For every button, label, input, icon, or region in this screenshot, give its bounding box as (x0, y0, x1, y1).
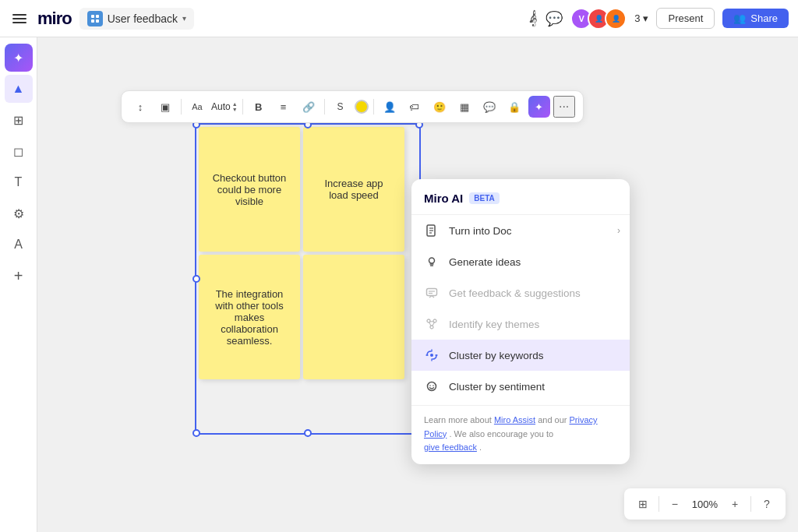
toolbar-user-btn[interactable]: 👤 (379, 96, 401, 118)
toolbar-color-picker[interactable] (355, 100, 369, 114)
font-size-arrows[interactable]: ▲▼ (232, 101, 238, 112)
present-button[interactable]: Present (656, 8, 715, 29)
submenu-chevron: › (617, 225, 620, 236)
ai-menu-cluster-keywords[interactable]: Cluster by keywords (411, 340, 630, 371)
fit-to-screen-btn[interactable]: ⊞ (632, 493, 654, 515)
music-icon[interactable]: 𝅘𝅥𝅮𝄞 (529, 10, 538, 26)
svg-point-12 (427, 319, 430, 322)
svg-point-13 (433, 319, 436, 322)
svg-line-16 (429, 322, 432, 326)
share-button[interactable]: 👥 Share (722, 9, 789, 28)
board-name-label: User feedback (108, 12, 178, 25)
bottom-bar: ⊞ − 100% + ? (624, 488, 786, 520)
give-feedback-link[interactable]: give feedback (424, 442, 477, 452)
svg-point-20 (429, 385, 431, 386)
font-size-value: Auto (211, 101, 231, 112)
toolbar-comment-btn[interactable]: 💬 (478, 96, 500, 118)
zoom-in-btn[interactable]: + (724, 493, 746, 515)
toolbar-table-btn[interactable]: ▦ (454, 96, 475, 118)
handle-bottom-mid[interactable] (304, 429, 312, 437)
themes-icon (424, 316, 440, 332)
svg-point-8 (429, 258, 435, 263)
sidebar-shapes-icon[interactable]: ⚙ (5, 199, 33, 227)
miro-assist-link[interactable]: Miro Assist (494, 415, 535, 425)
share-icon: 👥 (733, 12, 746, 24)
keywords-icon (424, 347, 440, 363)
miro-logo: miro (37, 9, 72, 29)
ai-menu-cluster-sentiment[interactable]: Cluster by sentiment (411, 371, 630, 402)
toolbar-lock-btn[interactable]: 🔒 (503, 96, 525, 118)
toolbar-tag-btn[interactable]: 🏷 (404, 96, 425, 118)
ai-menu-label-2: Get feedback & suggestions (449, 287, 581, 299)
svg-rect-9 (427, 289, 437, 296)
board-icon (87, 11, 103, 26)
svg-rect-0 (91, 15, 94, 18)
avatar-group: V 👤 👤 (570, 8, 627, 30)
svg-point-18 (430, 354, 433, 357)
handle-bottom-left[interactable] (192, 429, 200, 437)
sentiment-icon (424, 379, 440, 394)
font-size-control: Auto ▲▼ (211, 101, 238, 112)
toolbar: ↕ ▣ Aa Auto ▲▼ B ≡ 🔗 S 👤 🏷 🙂 ▦ 💬 🔒 ✦ ··· (121, 90, 584, 123)
header-left: miro User feedback ▾ (9, 8, 194, 30)
bottom-divider-2 (750, 496, 751, 512)
ai-menu-identify-themes[interactable]: Identify key themes (411, 308, 630, 340)
svg-point-21 (433, 385, 434, 386)
toolbar-font-btn[interactable]: Aa (186, 96, 208, 118)
toolbar-bold-btn[interactable]: B (248, 96, 270, 118)
selection-box (195, 123, 421, 435)
feedback-icon (424, 285, 440, 301)
toolbar-sticky-btn[interactable]: ▣ (154, 96, 176, 118)
help-btn[interactable]: ? (756, 493, 778, 515)
ai-toolbar-icon: ✦ (535, 101, 543, 113)
footer-middle: and our (538, 415, 569, 425)
svg-point-14 (430, 326, 433, 329)
sidebar-table-icon[interactable]: ⊞ (5, 106, 33, 134)
collab-count-label: 3 (634, 12, 640, 24)
footer-end: . We also encourage you to (449, 429, 553, 439)
toolbar-ai-btn[interactable]: ✦ (528, 96, 550, 118)
toolbar-emoji-btn[interactable]: 🙂 (429, 96, 450, 118)
zoom-out-btn[interactable]: − (664, 493, 686, 515)
ai-menu-turn-into-doc[interactable]: Turn into Doc › (411, 215, 630, 246)
collab-count[interactable]: 3 ▾ (634, 12, 648, 24)
ai-dropdown-footer: Learn more about Miro Assist and our Pri… (411, 405, 630, 455)
hamburger-menu[interactable] (9, 11, 30, 26)
ai-menu-label-0: Turn into Doc (449, 225, 512, 237)
svg-point-19 (428, 382, 436, 391)
toolbar-align-btn[interactable]: ≡ (273, 96, 295, 118)
toolbar-stroke-btn[interactable]: S (330, 96, 351, 118)
toolbar-link-btn[interactable]: 🔗 (298, 96, 320, 118)
ai-menu-label-3: Identify key themes (449, 319, 539, 330)
toolbar-move-btn[interactable]: ↕ (129, 96, 151, 118)
sidebar-select-icon[interactable]: ▲ (5, 75, 33, 103)
sidebar-text-icon[interactable]: T (5, 168, 33, 196)
ai-menu-generate-ideas[interactable]: Generate ideas (411, 246, 630, 277)
toolbar-divider-4 (373, 99, 374, 115)
ai-dropdown-panel: Miro AI BETA Turn into Doc › Generate id… (411, 179, 630, 464)
sidebar-add-icon[interactable]: + (5, 262, 33, 290)
share-label: Share (750, 12, 778, 24)
svg-rect-2 (91, 19, 94, 23)
canvas: ↕ ▣ Aa Auto ▲▼ B ≡ 🔗 S 👤 🏷 🙂 ▦ 💬 🔒 ✦ ··· (0, 37, 798, 532)
sidebar-draw-icon[interactable]: A (5, 231, 33, 259)
avatar-3: 👤 (605, 8, 627, 30)
bulb-icon (424, 254, 440, 270)
collab-chevron: ▾ (643, 12, 648, 24)
ai-menu-get-feedback[interactable]: Get feedback & suggestions (411, 277, 630, 308)
sidebar-note-icon[interactable]: ◻ (5, 137, 33, 165)
ai-menu-label-4: Cluster by keywords (449, 350, 544, 361)
ai-beta-badge: BETA (469, 192, 499, 204)
bottom-divider (659, 496, 659, 512)
toolbar-more-btn[interactable]: ··· (553, 96, 575, 118)
handle-mid-left[interactable] (192, 275, 200, 283)
chat-icon[interactable]: 💬 (546, 10, 563, 27)
svg-line-17 (433, 322, 435, 326)
board-name-button[interactable]: User feedback ▾ (79, 8, 194, 30)
footer-text: Learn more about (424, 415, 494, 425)
toolbar-divider-3 (324, 99, 325, 115)
sidebar-ai-icon[interactable]: ✦ (5, 44, 33, 72)
footer-period: . (479, 442, 482, 452)
toolbar-divider-1 (181, 99, 182, 115)
header-right: 𝅘𝅥𝅮𝄞 💬 V 👤 👤 3 ▾ Present 👥 Share (529, 8, 789, 30)
